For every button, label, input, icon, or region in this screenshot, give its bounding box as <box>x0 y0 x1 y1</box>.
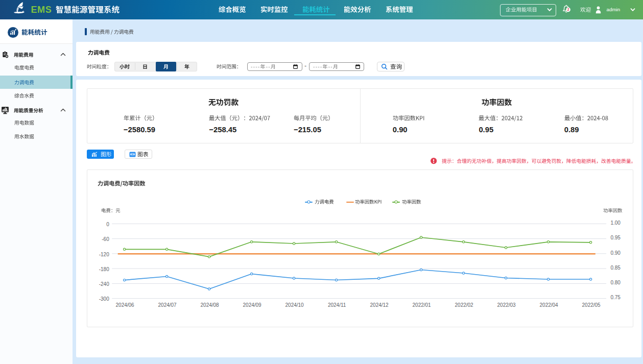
svg-text:2022/04: 2022/04 <box>540 302 559 308</box>
svg-text:2024/06: 2024/06 <box>116 302 135 308</box>
svg-text:-180: -180 <box>99 266 109 272</box>
svg-text:0.75: 0.75 <box>610 295 621 300</box>
svg-text:2024/12: 2024/12 <box>370 302 389 308</box>
svg-text:0.95: 0.95 <box>610 235 621 240</box>
svg-text:2024/09: 2024/09 <box>243 302 262 308</box>
svg-text:-240: -240 <box>99 281 109 287</box>
svg-text:2024/10: 2024/10 <box>285 302 304 308</box>
svg-text:-60: -60 <box>102 236 109 242</box>
svg-text:0.80: 0.80 <box>610 280 621 285</box>
svg-text:2022/01: 2022/01 <box>413 302 432 308</box>
svg-text:0: 0 <box>106 222 109 227</box>
svg-text:0.90: 0.90 <box>610 250 621 256</box>
svg-text:0.85: 0.85 <box>610 265 621 271</box>
svg-text:2022/05: 2022/05 <box>582 302 601 308</box>
svg-text:-300: -300 <box>99 296 109 302</box>
svg-text:2024/11: 2024/11 <box>328 302 346 308</box>
svg-text:2: 2 <box>567 8 569 11</box>
svg-text:2022/03: 2022/03 <box>497 302 516 308</box>
svg-text:-120: -120 <box>99 252 109 257</box>
svg-text:1.00: 1.00 <box>610 220 621 226</box>
svg-text:2024/08: 2024/08 <box>201 302 220 308</box>
svg-text:2024/07: 2024/07 <box>158 302 177 308</box>
svg-text:2022/02: 2022/02 <box>455 302 474 308</box>
